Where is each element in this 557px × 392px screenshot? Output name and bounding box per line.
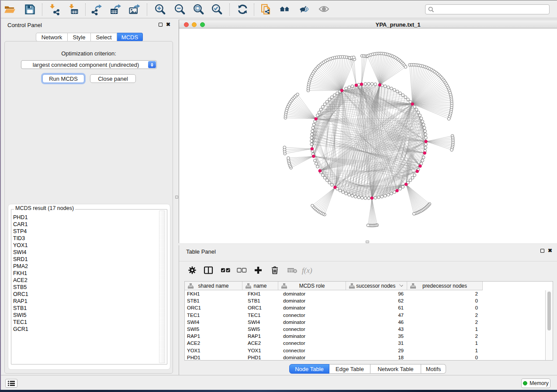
mcds-result-scrollbar[interactable] [159,210,165,363]
tab-network[interactable]: Network [36,33,68,41]
tab-style[interactable]: Style [68,33,91,41]
export-image-button[interactable] [127,3,142,17]
select-all-button[interactable] [218,264,232,278]
table-scrollbar[interactable] [545,290,553,360]
network-canvas[interactable] [179,29,557,243]
criterion-dropdown[interactable]: largest connected component (undirected) [21,60,157,69]
open-button[interactable] [2,3,17,17]
cell-name: RAP1 [248,333,278,340]
column-header-MCDS-role[interactable]: MCDS role [278,282,346,290]
search-input[interactable] [436,7,549,13]
table-panel-float-icon[interactable] [540,249,544,253]
import-network-button[interactable] [47,3,62,17]
save-button[interactable] [22,3,37,17]
tab-node-table[interactable]: Node Table [289,364,329,374]
cell-shared-name: YOX1 [187,347,242,354]
vertical-splitter[interactable] [175,18,179,375]
close-panel-button[interactable]: Close panel [90,74,136,83]
mcds-result-item[interactable]: ACE2 [12,277,160,284]
table-row-SWI5[interactable]: SWI5SWI5connector431 [185,326,545,333]
show-button[interactable] [316,3,331,17]
mcds-result-item[interactable]: GCR1 [12,326,160,333]
mcds-result-item[interactable]: PHD1 [12,214,160,221]
table-row-ACE2[interactable]: ACE2ACE2connector311 [185,340,545,347]
control-panel-float-icon[interactable] [159,23,163,27]
table-scrollbar-thumb[interactable] [547,292,551,330]
copy-share-button[interactable] [259,3,273,17]
mcds-result-item[interactable]: TEC1 [12,319,160,326]
zoom-selected-button[interactable] [209,3,224,17]
status-bar: Memory [1,375,557,390]
zoom-in-icon [154,3,166,17]
maximize-traffic-light[interactable] [200,22,205,27]
mcds-result-item[interactable]: SWI5 [12,312,160,319]
zoom-fit-button[interactable] [191,3,206,17]
tab-motifs[interactable]: Motifs [421,364,446,374]
column-header-name[interactable]: name [242,282,278,290]
deselect-all-icon [237,266,247,276]
run-mcds-button[interactable]: Run MCDS [42,74,84,83]
mcds-result-item[interactable]: PMA2 [12,263,160,270]
table-row-YOX1[interactable]: YOX1YOX1connector291 [185,347,545,354]
table-row-TEC1[interactable]: TEC1TEC1connector472 [185,312,545,319]
table-row-FKH1[interactable]: FKH1FKH1dominator962 [185,290,545,297]
table-row-ORC1[interactable]: ORC1ORC1dominator610 [185,304,545,311]
horizontal-splitter-handle[interactable] [366,241,369,243]
vertical-splitter-handle[interactable] [175,196,178,199]
zoom-in-button[interactable] [152,3,167,17]
zoom-out-button[interactable] [172,3,187,17]
mcds-result-item[interactable]: ORC1 [12,291,160,298]
column-header-shared-name[interactable]: shared name [185,282,242,290]
home-button[interactable] [277,3,292,17]
cell-successor-nodes: 46 [346,319,404,326]
search-field[interactable] [425,4,550,14]
columns-button[interactable] [201,264,215,278]
mcds-result-item[interactable]: FKH1 [12,270,160,277]
table-panel-title: Table Panel [186,248,216,255]
control-panel-title: Control Panel [7,22,42,28]
mcds-result-item[interactable]: YOX1 [12,242,160,249]
mcds-result-item[interactable]: TID3 [12,235,160,242]
table-row-STB1[interactable]: STB1STB1dominator620 [185,297,545,304]
tab-network-table[interactable]: Network Table [370,364,421,374]
toolbar-separator [42,3,42,16]
table-row-PHD1[interactable]: PHD1PHD1dominator180 [185,354,545,360]
memory-button[interactable]: Memory [521,378,550,388]
export-table-button[interactable] [108,3,123,17]
table-row-RAP1[interactable]: RAP1RAP1dominator352 [185,333,545,340]
cell-predecessor-nodes: 0 [407,297,478,304]
gear-button[interactable] [185,264,199,278]
mcds-result-item[interactable]: RAP1 [12,298,160,305]
mcds-result-item[interactable]: STP4 [12,228,160,235]
mcds-result-item[interactable]: STB5 [12,284,160,291]
add-button[interactable] [251,264,265,278]
hide-button[interactable] [297,3,311,17]
refresh-button[interactable] [235,3,250,17]
search-icon [428,7,434,13]
column-header-predecessor-nodes[interactable]: predecessor nodes [407,282,483,290]
close-traffic-light[interactable] [184,22,189,27]
memory-status-icon [523,381,527,385]
tab-edge-table[interactable]: Edge Table [329,364,370,374]
trash-button[interactable] [268,264,282,278]
mcds-result-item[interactable]: STB1 [12,305,160,312]
copy-share-icon [260,3,272,17]
export-network-button[interactable] [89,3,104,17]
table-panel-close-icon[interactable]: ✖ [548,249,552,253]
minimize-traffic-light[interactable] [192,22,197,27]
mcds-result-item[interactable]: CAR1 [12,221,160,228]
mcds-result-list[interactable]: PHD1CAR1STP4TID3YOX1SWI4SRD1PMA2FKH1ACE2… [12,210,160,363]
tab-mcds[interactable]: MCDS [117,33,143,41]
network-graph[interactable] [179,29,557,243]
cell-successor-nodes: 47 [346,312,404,319]
column-header-successor-nodes[interactable]: successor nodes [346,282,407,290]
mcds-result-item[interactable]: SRD1 [12,256,160,263]
tab-select[interactable]: Select [91,33,117,41]
mcds-result-item[interactable]: SWI4 [12,249,160,256]
deselect-all-button[interactable] [235,264,249,278]
cell-name: ACE2 [248,340,278,347]
import-table-button[interactable] [66,3,81,17]
table-row-SWI4[interactable]: SWI4SWI4dominator462 [185,319,545,326]
control-panel-close-icon[interactable]: ✖ [166,23,170,27]
panel-menu-button[interactable] [5,379,17,388]
